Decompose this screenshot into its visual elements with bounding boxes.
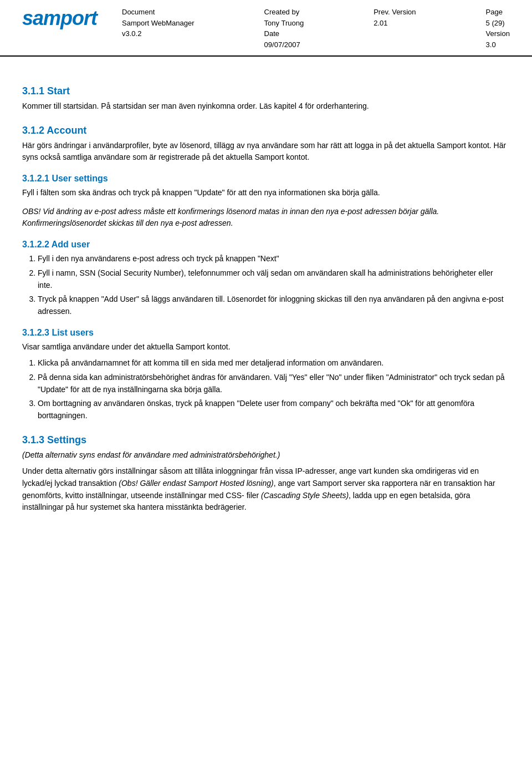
header-col-doc: Document Samport WebManager v3.0.2	[122, 7, 195, 50]
header-meta: Document Samport WebManager v3.0.2 Creat…	[122, 7, 510, 50]
list-item: Klicka på användarnamnet för att komma t…	[38, 357, 510, 369]
version-label: Version	[486, 28, 510, 39]
created-by-value: Tony Truong	[264, 18, 304, 29]
list-item: Fyll i den nya användarens e-post adress…	[38, 253, 510, 265]
header-col-page: Page 5 (29) Version 3.0	[486, 7, 510, 50]
created-by-label: Created by	[264, 7, 304, 18]
section-311-title: 3.1.1 Start	[22, 85, 510, 97]
section-313-p1: (Detta alternativ syns endast för använd…	[22, 449, 510, 461]
page-header: samport Document Samport WebManager v3.0…	[0, 0, 532, 57]
section-312-title: 3.1.2 Account	[22, 125, 510, 136]
main-content: 3.1.1 Start Kommer till startsidan. På s…	[0, 57, 532, 540]
section-3123-title: 3.1.2.3 List users	[22, 328, 510, 338]
page-value: 5 (29)	[486, 18, 510, 29]
doc-label: Document	[122, 7, 195, 18]
section-3123-list: Klicka på användarnamnet för att komma t…	[38, 357, 510, 422]
doc-name: Samport WebManager	[122, 18, 195, 29]
section-3122-title: 3.1.2.2 Add user	[22, 240, 510, 250]
version-value: 3.0	[486, 39, 510, 50]
list-item: Fyll i namn, SSN (Social Security Number…	[38, 267, 510, 291]
section-3122-list: Fyll i den nya användarens e-post adress…	[38, 253, 510, 317]
section-3121-p1: Fyll i fälten som ska ändras och tryck p…	[22, 187, 510, 199]
section-3121-obs: OBS! Vid ändring av e-post adress måste …	[22, 206, 510, 230]
list-item: Tryck på knappen "Add User" så läggs anv…	[38, 293, 510, 317]
prev-version-label: Prev. Version	[374, 7, 416, 18]
date-value: 09/07/2007	[264, 39, 304, 50]
doc-version: v3.0.2	[122, 28, 195, 39]
section-313-p2: Under detta alternativ görs inställninga…	[22, 465, 510, 514]
header-col-created: Created by Tony Truong Date 09/07/2007	[264, 7, 304, 50]
list-item: Om borttagning av användaren önskas, try…	[38, 398, 510, 422]
date-label: Date	[264, 28, 304, 39]
section-3121-title: 3.1.2.1 User settings	[22, 174, 510, 184]
page-label: Page	[486, 7, 510, 18]
section-311-p1: Kommer till startsidan. På startsidan se…	[22, 100, 510, 113]
section-313-title: 3.1.3 Settings	[22, 434, 510, 446]
prev-version-value: 2.01	[374, 18, 416, 29]
list-item: På denna sida kan administratörsbehörigh…	[38, 372, 510, 395]
logo-area: samport	[22, 7, 122, 30]
section-312-p1: Här görs ändringar i användarprofiler, b…	[22, 140, 510, 164]
logo: samport	[22, 7, 122, 30]
section-3123-p1: Visar samtliga användare under det aktue…	[22, 341, 510, 353]
header-col-prev: Prev. Version 2.01	[374, 7, 416, 50]
